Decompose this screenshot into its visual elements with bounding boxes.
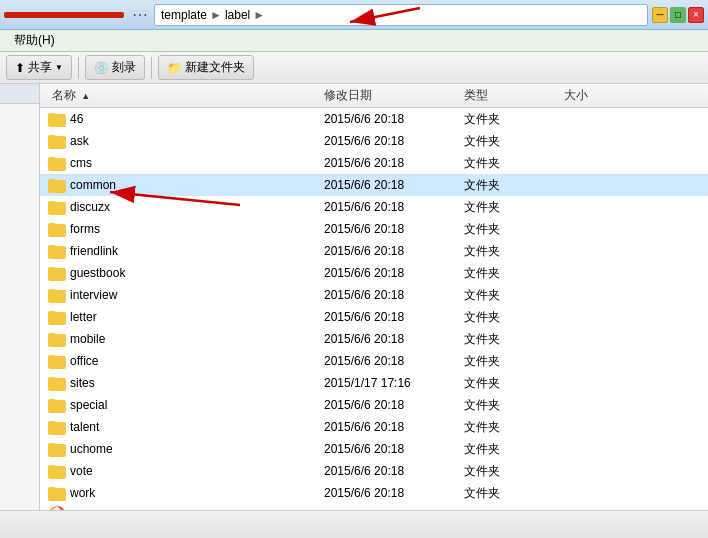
file-name-text: mobile: [70, 332, 105, 346]
table-row[interactable]: guestbook2015/6/6 20:18文件夹: [40, 262, 708, 284]
new-folder-label: 新建文件夹: [185, 59, 245, 76]
file-date-cell: 2015/6/6 20:18: [324, 200, 464, 214]
col-header-date[interactable]: 修改日期: [324, 87, 464, 104]
folder-icon: [48, 331, 66, 347]
table-row[interactable]: ask2015/6/6 20:18文件夹: [40, 130, 708, 152]
file-date-cell: 2015/6/6 20:18: [324, 156, 464, 170]
file-name-text: talent: [70, 420, 99, 434]
file-name-cell: work: [44, 485, 324, 501]
file-name-cell: interview: [44, 287, 324, 303]
table-row[interactable]: mobile2015/6/6 20:18文件夹: [40, 328, 708, 350]
burn-label: 刻录: [112, 59, 136, 76]
folder-icon: [48, 309, 66, 325]
file-name-cell: index.html: [44, 505, 324, 511]
file-date-cell: 2015/6/6 20:18: [324, 134, 464, 148]
file-name-cell: common: [44, 177, 324, 193]
table-row[interactable]: discuzx2015/6/6 20:18文件夹: [40, 196, 708, 218]
folder-icon: [48, 111, 66, 127]
file-type-cell: 文件夹: [464, 243, 564, 260]
table-row[interactable]: uchome2015/6/6 20:18文件夹: [40, 438, 708, 460]
file-list[interactable]: 462015/6/6 20:18文件夹ask2015/6/6 20:18文件夹c…: [40, 108, 708, 510]
minimize-button[interactable]: ─: [652, 7, 668, 23]
table-row[interactable]: special2015/6/6 20:18文件夹: [40, 394, 708, 416]
folder-icon: [48, 463, 66, 479]
file-name-cell: vote: [44, 463, 324, 479]
file-type-cell: 文件夹: [464, 133, 564, 150]
main-content: 名称 ▲ 修改日期 类型 大小 462015/6/6 20:18文件夹ask20…: [40, 84, 708, 510]
share-arrow-icon: ▼: [55, 63, 63, 72]
file-name-text: index.html: [70, 508, 125, 510]
file-type-cell: 文件夹: [464, 441, 564, 458]
file-date-cell: 2015/6/6 20:18: [324, 310, 464, 324]
file-date-cell: 2015/6/6 20:18: [324, 442, 464, 456]
file-date-cell: 2015/6/6 20:18: [324, 222, 464, 236]
close-button[interactable]: ×: [688, 7, 704, 23]
table-row[interactable]: forms2015/6/6 20:18文件夹: [40, 218, 708, 240]
breadcrumb[interactable]: template ► label ►: [154, 4, 648, 26]
menu-bar: 帮助(H): [0, 30, 708, 52]
title-bar-left: ⋯ template ► label ►: [4, 4, 648, 26]
new-folder-button[interactable]: 📁 新建文件夹: [158, 55, 254, 80]
column-headers: 名称 ▲ 修改日期 类型 大小: [40, 84, 708, 108]
file-date-cell: 2015/6/6 20:18: [324, 398, 464, 412]
file-type-cell: 文件夹: [464, 353, 564, 370]
table-row[interactable]: vote2015/6/6 20:18文件夹: [40, 460, 708, 482]
file-name-text: 46: [70, 112, 83, 126]
menu-help[interactable]: 帮助(H): [6, 31, 63, 50]
table-row[interactable]: cms2015/6/6 20:18文件夹: [40, 152, 708, 174]
progress-bar: [4, 12, 124, 18]
file-name-cell: 46: [44, 111, 324, 127]
status-bar: [0, 510, 708, 538]
file-date-cell: 2015/6/6 20:18: [324, 354, 464, 368]
folder-icon: [48, 221, 66, 237]
file-name-text: friendlink: [70, 244, 118, 258]
window-controls: ─ □ ×: [652, 7, 704, 23]
table-row[interactable]: office2015/6/6 20:18文件夹: [40, 350, 708, 372]
file-name-cell: sites: [44, 375, 324, 391]
file-name-cell: talent: [44, 419, 324, 435]
share-button[interactable]: ⬆ 共享 ▼: [6, 55, 72, 80]
file-date-cell: 2015/6/6 20:18: [324, 420, 464, 434]
table-row[interactable]: interview2015/6/6 20:18文件夹: [40, 284, 708, 306]
file-type-cell: 文件夹: [464, 177, 564, 194]
file-date-cell: 2014/2/20 9:53: [324, 508, 464, 510]
col-header-type[interactable]: 类型: [464, 87, 564, 104]
file-name-text: special: [70, 398, 107, 412]
file-name-cell: discuzx: [44, 199, 324, 215]
toolbar-separator1: [78, 57, 79, 79]
col-header-name[interactable]: 名称 ▲: [44, 87, 324, 104]
table-row[interactable]: friendlink2015/6/6 20:18文件夹: [40, 240, 708, 262]
file-name-text: cms: [70, 156, 92, 170]
table-row[interactable]: index.html2014/2/20 9:53360 Chrome HT...…: [40, 504, 708, 510]
title-bar: ⋯ template ► label ► ─ □ ×: [0, 0, 708, 30]
maximize-button[interactable]: □: [670, 7, 686, 23]
file-name-cell: guestbook: [44, 265, 324, 281]
table-row[interactable]: letter2015/6/6 20:18文件夹: [40, 306, 708, 328]
folder-icon: [48, 397, 66, 413]
table-row[interactable]: talent2015/6/6 20:18文件夹: [40, 416, 708, 438]
table-row[interactable]: common2015/6/6 20:18文件夹: [40, 174, 708, 196]
breadcrumb-template: template: [161, 8, 207, 22]
file-type-cell: 文件夹: [464, 265, 564, 282]
file-name-text: uchome: [70, 442, 113, 456]
burn-button[interactable]: 💿 刻录: [85, 55, 145, 80]
folder-icon: [48, 177, 66, 193]
file-type-cell: 文件夹: [464, 155, 564, 172]
table-row[interactable]: sites2015/1/17 17:16文件夹: [40, 372, 708, 394]
table-row[interactable]: work2015/6/6 20:18文件夹: [40, 482, 708, 504]
nav-dots: ⋯: [132, 5, 148, 24]
file-type-cell: 文件夹: [464, 463, 564, 480]
file-name-text: ask: [70, 134, 89, 148]
col-header-size[interactable]: 大小: [564, 87, 644, 104]
file-name-cell: friendlink: [44, 243, 324, 259]
file-date-cell: 2015/6/6 20:18: [324, 486, 464, 500]
file-name-text: work: [70, 486, 95, 500]
folder-icon: [48, 441, 66, 457]
burn-icon: 💿: [94, 61, 109, 75]
file-name-text: sites: [70, 376, 95, 390]
html-file-icon: [48, 505, 66, 511]
table-row[interactable]: 462015/6/6 20:18文件夹: [40, 108, 708, 130]
file-date-cell: 2015/6/6 20:18: [324, 332, 464, 346]
nav-collapse[interactable]: [0, 84, 39, 104]
folder-icon: [48, 243, 66, 259]
